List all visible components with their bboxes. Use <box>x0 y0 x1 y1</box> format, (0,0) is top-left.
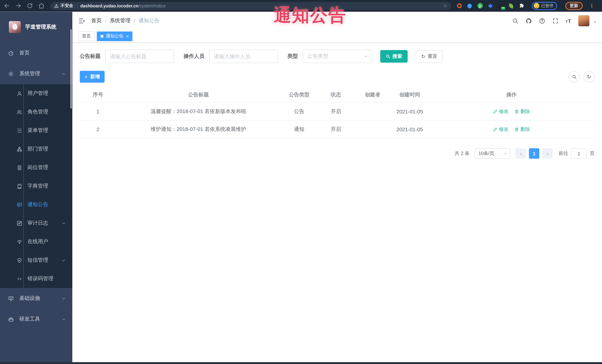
code-icon <box>16 276 22 282</box>
reset-button[interactable]: ↻ 重置 <box>416 50 443 63</box>
sidebar-item-infrastructure[interactable]: 基础设施 <box>0 288 72 309</box>
refresh-table-button[interactable]: ↻ <box>583 71 595 82</box>
goto-page-input[interactable] <box>571 148 587 159</box>
type-label: 类型 <box>288 53 298 60</box>
sidebar-item-audit-log[interactable]: 审计日志 <box>0 214 72 232</box>
chevron-down-icon <box>503 151 507 156</box>
security-warning[interactable]: 不安全 <box>54 3 73 9</box>
sidebar-item-dict-mgmt[interactable]: 字典管理 <box>0 177 72 195</box>
breadcrumb-system[interactable]: 系统管理 <box>110 17 130 24</box>
operator-input[interactable] <box>209 50 278 63</box>
page-number-1[interactable]: 1 <box>529 148 539 159</box>
extension-drop-icon[interactable] <box>467 3 473 9</box>
page-unit-label: 页 <box>590 150 595 157</box>
search-icon[interactable] <box>512 18 518 24</box>
cell-title: 维护通知：2018-07-01 若依系统凌晨维护 <box>116 126 281 133</box>
reset-button-label: 重置 <box>428 53 437 60</box>
sidebar-toggle-icon[interactable] <box>78 17 85 24</box>
delete-link[interactable]: 删除 <box>515 126 530 133</box>
browser-profile-chip[interactable]: 已暂停 <box>532 2 557 10</box>
sidebar-item-role-mgmt[interactable]: 角色管理 <box>0 103 72 121</box>
home-icon[interactable] <box>38 3 44 9</box>
filter-form: 公告标题 操作人员 类型 公告类型 搜索 ↻ 重置 <box>80 50 595 63</box>
menu-list-icon <box>16 127 22 134</box>
sidebar-item-notice[interactable]: 通知公告 <box>0 195 72 214</box>
sidebar-scrollbar[interactable] <box>70 29 72 109</box>
next-page-button[interactable]: › <box>542 148 553 159</box>
sidebar: 芋道管理系统 首页 系统管理 用户管理 角色管理 <box>0 11 72 362</box>
notice-type-select[interactable]: 公告类型 <box>303 50 372 63</box>
cell-status: 开启 <box>318 108 354 115</box>
edit-link[interactable]: 修改 <box>493 108 508 115</box>
page-size-value: 10条/页 <box>478 150 494 156</box>
browser-update-button[interactable]: 更新 <box>565 2 583 10</box>
delete-link[interactable]: 删除 <box>515 108 530 115</box>
tag-notice[interactable]: 通知公告 × <box>97 31 132 41</box>
reload-icon[interactable] <box>27 3 33 9</box>
extension-leaf-icon[interactable] <box>508 3 514 9</box>
caret-down-icon[interactable]: ▾ <box>594 20 596 26</box>
refresh-icon: ↻ <box>587 74 591 79</box>
extension-diamond-icon[interactable] <box>487 3 493 9</box>
forward-icon[interactable] <box>15 3 22 9</box>
sidebar-item-home[interactable]: 首页 <box>0 43 72 63</box>
cell-index: 2 <box>80 126 116 132</box>
close-icon[interactable]: × <box>126 34 129 38</box>
back-icon[interactable] <box>4 3 10 9</box>
notice-icon <box>16 202 22 208</box>
user-avatar[interactable] <box>578 15 589 26</box>
url-host: dashboard.yudao.iocoder.cn <box>80 3 138 8</box>
col-header-created: 创建时间 <box>391 91 428 98</box>
tag-home[interactable]: 首页 <box>78 31 95 41</box>
search-button[interactable]: 搜索 <box>380 50 408 63</box>
page-size-select[interactable]: 10条/页 <box>475 148 510 159</box>
col-header-index: 序号 <box>80 91 116 98</box>
table-row[interactable]: 1 温馨提醒：2018-07-01 若依新版本发布啦 公告 开启 2021-01… <box>80 103 595 120</box>
sidebar-item-dept-mgmt[interactable]: 部门管理 <box>0 140 72 158</box>
extension-ring-icon[interactable] <box>456 3 462 9</box>
extension-switch-icon[interactable]: on <box>498 3 504 9</box>
prev-page-button[interactable]: ‹ <box>516 148 526 159</box>
pagination-total: 共 2 条 <box>455 150 470 157</box>
profile-status-label: 已暂停 <box>541 3 553 9</box>
sidebar-item-label: 通知公告 <box>27 201 48 208</box>
fullscreen-icon[interactable] <box>552 18 559 24</box>
github-icon[interactable] <box>525 18 532 24</box>
help-icon[interactable] <box>539 18 545 24</box>
sidebar-item-online-users[interactable]: 在线用户 <box>0 232 72 251</box>
extension-on-badge: on <box>501 7 505 10</box>
sidebar-item-sms-mgmt[interactable]: 短信管理 <box>0 251 72 270</box>
notice-title-input[interactable] <box>105 50 174 63</box>
screen-bottom-edge <box>0 362 602 364</box>
table-toolbar: + 新增 ↻ <box>80 71 595 83</box>
browser-menu-icon[interactable] <box>591 3 593 9</box>
dictionary-icon <box>16 183 22 189</box>
table-row[interactable]: 2 维护通知：2018-07-01 若依系统凌晨维护 通知 开启 2021-01… <box>80 120 595 138</box>
bookmark-star-icon[interactable]: ☆ <box>443 3 447 9</box>
sidebar-item-system[interactable]: 系统管理 <box>0 63 72 84</box>
toggle-search-button[interactable] <box>569 71 580 82</box>
address-bar[interactable]: 不安全 dashboard.yudao.iocoder.cn/system/no… <box>50 2 451 10</box>
cell-type: 通知 <box>281 126 318 133</box>
sidebar-item-menu-mgmt[interactable]: 菜单管理 <box>0 121 72 140</box>
font-size-icon[interactable]: TT <box>565 18 571 24</box>
extension-y-icon[interactable]: y <box>477 3 483 9</box>
notice-table: 序号 公告标题 公告类型 状态 创建者 创建时间 操作 1 温馨提醒：2018-… <box>80 87 595 138</box>
app-logo-row[interactable]: 芋道管理系统 <box>0 11 72 43</box>
sidebar-item-label: 在线用户 <box>27 238 48 245</box>
gear-icon <box>8 71 14 77</box>
sidebar-item-post-mgmt[interactable]: 岗位管理 <box>0 158 72 177</box>
log-icon <box>16 220 22 226</box>
extensions-puzzle-icon[interactable] <box>518 3 525 9</box>
screen: 不安全 dashboard.yudao.iocoder.cn/system/no… <box>0 0 602 364</box>
system-submenu: 用户管理 角色管理 菜单管理 部门管理 岗位管理 <box>0 84 72 288</box>
sidebar-item-error-code[interactable]: 错误码管理 <box>0 270 72 288</box>
search-icon <box>386 54 390 59</box>
breadcrumb-home[interactable]: 首页 <box>91 17 102 24</box>
sidebar-item-user-mgmt[interactable]: 用户管理 <box>0 84 72 103</box>
chevron-down-icon <box>62 221 66 225</box>
add-button[interactable]: + 新增 <box>80 71 105 83</box>
edit-link[interactable]: 修改 <box>493 126 508 133</box>
chevron-down-icon <box>62 258 66 262</box>
sidebar-item-dev-tools[interactable]: 研发工具 <box>0 309 72 330</box>
